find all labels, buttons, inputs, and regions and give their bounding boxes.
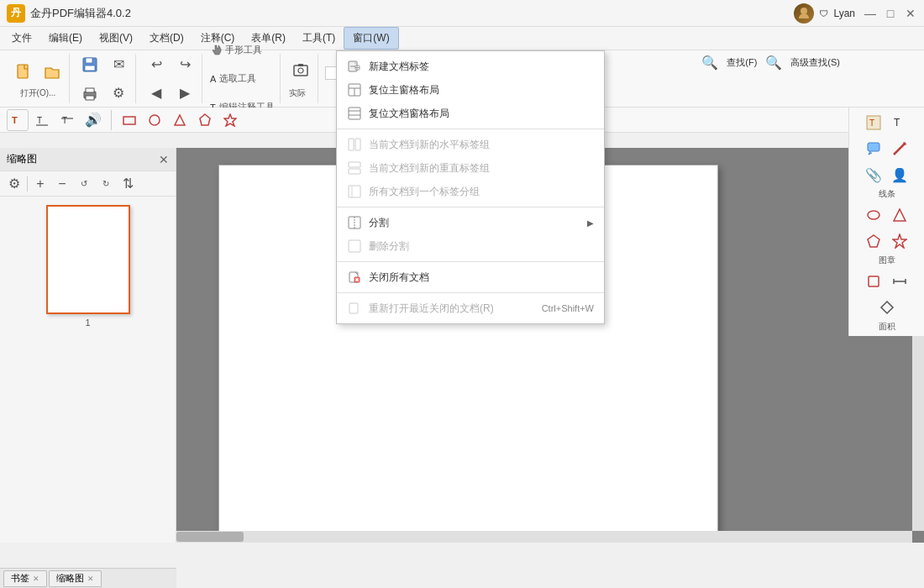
star-btn[interactable] <box>219 109 241 131</box>
svg-rect-3 <box>86 58 92 63</box>
sidebar-header: 缩略图 ✕ <box>0 148 176 171</box>
triangle-btn[interactable] <box>169 109 191 131</box>
search-btn[interactable]: 🔍 <box>698 50 722 74</box>
bookmark-tab-label: 书签 <box>11 572 29 585</box>
svg-point-0 <box>801 8 807 14</box>
pentagon-btn[interactable] <box>194 109 216 131</box>
close-button[interactable]: ✕ <box>904 7 917 20</box>
menu-all-to-group: 所有文档到一个标签分组 <box>337 180 604 203</box>
svg-rect-8 <box>294 66 307 76</box>
speech-bubble-button[interactable] <box>862 137 885 160</box>
area-label: 面积 <box>853 321 921 333</box>
speaker-btn[interactable]: 🔊 <box>82 109 104 131</box>
bookmark-tab-close[interactable]: ✕ <box>33 575 39 583</box>
scrollbar-horizontal[interactable] <box>176 531 912 543</box>
remove-split-label: 删除分割 <box>369 239 594 254</box>
reopen-icon <box>347 301 362 316</box>
back-button[interactable]: ◀ <box>143 80 170 107</box>
close-all-label: 关闭所有文档 <box>369 270 594 285</box>
settings-button[interactable]: ⚙ <box>105 80 132 107</box>
svg-rect-4 <box>85 66 95 71</box>
text-tool-button[interactable]: T <box>862 111 885 134</box>
svg-rect-1 <box>18 65 28 78</box>
sidebar-settings-btn[interactable]: ⚙ <box>5 175 24 193</box>
menu-close-all[interactable]: 关闭所有文档 <box>337 265 604 289</box>
app-logo: 丹 <box>7 4 25 23</box>
toolbar-file-section: 打开(O)... <box>7 54 70 103</box>
svg-text:T: T <box>37 116 42 125</box>
maximize-button[interactable]: □ <box>884 7 897 20</box>
svg-text:T: T <box>869 118 874 128</box>
eraser-button[interactable] <box>862 270 885 293</box>
all-to-group-label: 所有文档到一个标签分组 <box>369 185 594 199</box>
all-to-group-icon <box>347 184 362 199</box>
split-label: 分割 <box>369 216 580 230</box>
scrollbar-thumb-h[interactable] <box>176 532 244 542</box>
rect-btn[interactable] <box>118 109 140 131</box>
rotate-right-btn[interactable]: ↻ <box>97 175 115 193</box>
circle-btn[interactable] <box>144 109 165 131</box>
menu-view[interactable]: 视图(V) <box>91 28 141 49</box>
toolbar-separator <box>111 110 112 130</box>
shape-tool1[interactable] <box>862 203 885 227</box>
menu-reset-window[interactable]: 复位主窗格布局 <box>337 78 604 102</box>
text-edit-btn1[interactable]: T <box>7 109 29 131</box>
svg-marker-18 <box>893 234 906 248</box>
print-button[interactable] <box>76 80 103 107</box>
menu-bar: 文件 编辑(E) 视图(V) 文档(D) 注释(C) 表单(R) 工具(T) 窗… <box>0 27 924 50</box>
minimize-button[interactable]: — <box>864 7 877 20</box>
bookmark-tab[interactable]: 书签 ✕ <box>3 570 47 587</box>
new-doc-button[interactable] <box>10 59 37 86</box>
rotate-left-btn[interactable]: ↺ <box>75 175 93 193</box>
email-button[interactable]: ✉ <box>105 51 132 78</box>
zoom-out-btn[interactable]: − <box>53 175 71 193</box>
sidebar-expand-btn[interactable]: ⇅ <box>118 175 137 193</box>
sidebar-toolbar: ⚙ + − ↺ ↻ ⇅ <box>0 171 176 197</box>
perimeter-button[interactable] <box>875 296 899 319</box>
attachment-button[interactable]: 📎 <box>862 163 885 186</box>
adv-search-btn[interactable]: 🔍 <box>762 50 785 74</box>
menu-to-vert: 当前文档到新的重直标签组 <box>337 156 604 180</box>
save-button[interactable] <box>76 51 103 78</box>
svg-rect-29 <box>123 117 135 124</box>
svg-rect-57 <box>349 303 358 313</box>
text-edit-btn3[interactable]: T <box>57 109 79 131</box>
menu-file[interactable]: 文件 <box>3 28 40 49</box>
distance-button[interactable] <box>888 270 911 293</box>
redo-button[interactable]: ↪ <box>171 51 198 78</box>
user-name: Lyan <box>833 8 855 19</box>
sidebar-close-button[interactable]: ✕ <box>159 153 169 166</box>
text-tool2-button[interactable]: T <box>888 111 911 134</box>
menu-window[interactable]: 窗口(W) <box>344 27 398 50</box>
line-tool-button[interactable] <box>888 137 911 160</box>
shape-tool3[interactable] <box>862 229 885 253</box>
text-edit-btn2[interactable]: T <box>32 109 54 131</box>
title-left: 丹 金丹PDF编辑器4.0.2 <box>7 4 131 23</box>
hand-tool-button[interactable]: 手形工具 <box>209 37 276 64</box>
zoom-in-btn[interactable]: + <box>31 175 50 193</box>
thumbnail-tab-close[interactable]: ✕ <box>87 575 94 583</box>
menu-edit[interactable]: 编辑(E) <box>40 28 91 49</box>
page-thumbnail-1[interactable] <box>46 205 130 314</box>
bottom-tabs: 书签 ✕ 缩略图 ✕ <box>0 568 176 588</box>
toolbar-zoom-section: 实际 <box>284 54 318 103</box>
open-button[interactable] <box>39 59 66 86</box>
menu-new-tab[interactable]: 新建文档标签 <box>337 55 604 78</box>
menu-tools[interactable]: 工具(T) <box>294 28 344 49</box>
select-tool-button[interactable]: A 选取工具 <box>209 66 276 92</box>
window-controls: — □ ✕ <box>864 7 917 20</box>
close-all-icon <box>347 270 362 285</box>
person-button[interactable]: 👤 <box>888 163 911 186</box>
right-toolbar: T T 📎 👤 线条 图章 <box>848 108 924 336</box>
menu-split[interactable]: 分割 ▶ <box>337 211 604 234</box>
forward-button[interactable]: ▶ <box>171 80 198 107</box>
menu-doc[interactable]: 文档(D) <box>141 28 192 49</box>
shape-tool4[interactable] <box>888 229 911 253</box>
screenshot-button[interactable] <box>287 57 314 84</box>
menu-remove-split: 删除分割 <box>337 234 604 258</box>
shape-tool2[interactable] <box>888 203 911 227</box>
undo-button[interactable]: ↩ <box>143 51 170 78</box>
menu-reset-doc[interactable]: 复位文档窗格布局 <box>337 102 604 125</box>
thumbnail-tab[interactable]: 缩略图 ✕ <box>49 570 102 587</box>
menu-sep-2 <box>337 207 604 207</box>
